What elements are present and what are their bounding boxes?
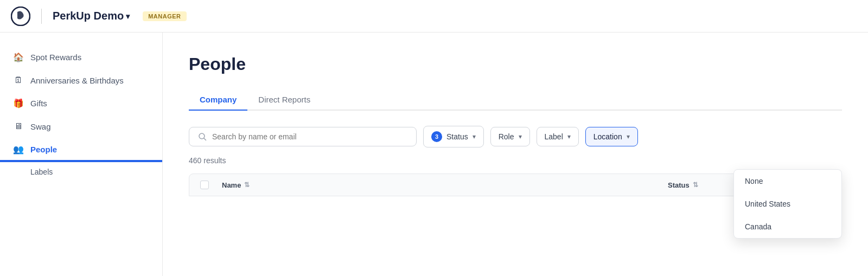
results-count: 460 results [189,156,842,165]
sidebar-item-people[interactable]: 👥 People [0,138,162,162]
main-layout: 🏠 Spot Rewards 🗓 Anniversaries & Birthda… [0,33,868,276]
search-input[interactable] [212,132,407,141]
location-chevron-icon: ▾ [627,133,630,140]
tab-direct-reports[interactable]: Direct Reports [247,89,321,111]
location-option-none[interactable]: None [734,170,841,192]
calendar-icon: 🗓 [13,75,24,85]
search-box[interactable] [189,127,417,146]
th-checkbox[interactable] [200,181,222,189]
location-us-label: United States [745,200,790,208]
gift-icon: 🎁 [13,98,24,108]
status-filter-label: Status [446,132,468,141]
sidebar-item-gifts[interactable]: 🎁 Gifts [0,92,162,115]
sidebar: 🏠 Spot Rewards 🗓 Anniversaries & Birthda… [0,33,163,276]
company-name[interactable]: PerkUp Demo ▾ [53,10,130,22]
status-chevron-icon: ▾ [473,133,476,140]
role-filter-button[interactable]: Role ▾ [490,127,530,146]
th-name: Name ⇅ [222,181,668,189]
svg-line-2 [204,138,206,140]
sidebar-item-labels[interactable]: Labels [0,162,162,182]
header-separator [41,9,42,24]
location-filter-button[interactable]: Location ▾ [585,127,638,146]
people-icon: 👥 [13,144,24,155]
location-option-canada[interactable]: Canada [734,215,841,238]
company-name-text: PerkUp Demo [53,10,124,22]
sidebar-label-labels: Labels [30,168,53,176]
sidebar-item-spot-rewards[interactable]: 🏠 Spot Rewards [0,46,162,69]
role-filter-label: Role [499,132,514,141]
sidebar-item-swag[interactable]: 🖥 Swag [0,115,162,138]
tab-direct-reports-label: Direct Reports [258,95,310,104]
select-all-checkbox[interactable] [200,181,209,189]
manager-badge: MANAGER [143,11,186,21]
location-option-us[interactable]: United States [734,192,841,215]
filters-row: 3 Status ▾ Role ▾ Label ▾ Location ▾ [189,126,842,147]
th-status-label: Status [668,181,690,189]
page-title: People [189,54,842,74]
perkup-logo-icon [11,7,30,26]
sidebar-label-gifts: Gifts [30,99,47,108]
location-canada-label: Canada [745,222,771,231]
location-filter-label: Location [593,132,622,141]
name-sort-icon[interactable]: ⇅ [244,181,250,189]
logo-area: PerkUp Demo ▾ MANAGER [11,7,187,26]
label-chevron-icon: ▾ [567,133,571,140]
main-content: People Company Direct Reports 3 Status [163,33,868,276]
tab-company-label: Company [200,95,237,104]
th-name-label: Name [222,181,241,189]
location-none-label: None [745,177,763,185]
sidebar-item-anniversaries[interactable]: 🗓 Anniversaries & Birthdays [0,69,162,92]
role-chevron-icon: ▾ [519,133,522,140]
status-sort-icon[interactable]: ⇅ [693,181,698,189]
tabs-bar: Company Direct Reports [189,89,842,111]
sidebar-label-spot-rewards: Spot Rewards [30,53,81,62]
label-filter-label: Label [545,132,563,141]
status-filter-badge: 3 [431,131,442,142]
location-dropdown: None United States Canada [733,169,842,239]
sidebar-label-swag: Swag [30,122,51,131]
label-filter-button[interactable]: Label ▾ [537,127,579,146]
search-icon [198,132,207,141]
sidebar-label-people: People [30,145,57,154]
status-filter-button[interactable]: 3 Status ▾ [423,126,484,147]
tab-company[interactable]: Company [189,89,247,111]
top-header: PerkUp Demo ▾ MANAGER [0,0,868,33]
home-icon: 🏠 [13,52,24,62]
company-chevron-icon: ▾ [126,12,130,21]
sidebar-label-anniversaries: Anniversaries & Birthdays [30,76,124,85]
swag-icon: 🖥 [13,121,24,131]
